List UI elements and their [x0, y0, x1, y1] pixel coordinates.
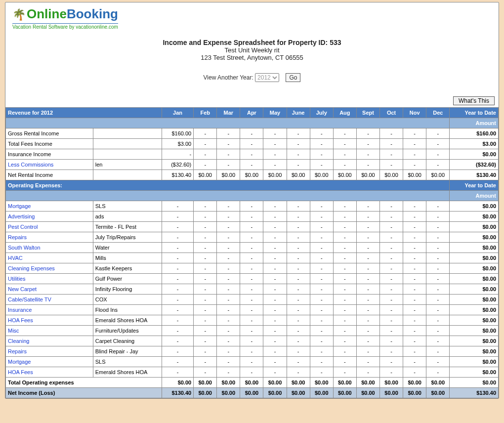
- value-cell: -: [333, 128, 356, 139]
- vendor-cell: Mills: [93, 253, 162, 263]
- value-cell: ($32.60): [162, 160, 193, 170]
- vendor-cell: len: [93, 160, 162, 170]
- ytd-cell: $0.00: [450, 274, 499, 284]
- expense-link[interactable]: HVAC: [8, 255, 23, 261]
- value-cell: $3.00: [162, 139, 193, 149]
- value-cell: -: [263, 243, 287, 253]
- value-cell: -: [162, 284, 193, 295]
- value-cell: -: [263, 284, 287, 295]
- expense-link[interactable]: Repairs: [8, 234, 27, 240]
- row-label: New Carpet: [6, 284, 93, 295]
- value-cell: -: [426, 160, 450, 170]
- value-cell: -: [403, 243, 426, 253]
- row-label: Mortgage: [6, 357, 93, 367]
- row-label: Repairs: [6, 232, 93, 243]
- ytd-cell: $0.00: [450, 326, 499, 336]
- value-cell: -: [356, 232, 379, 243]
- value-cell: -: [287, 232, 310, 243]
- value-cell: -: [217, 232, 240, 243]
- value-cell: -: [162, 336, 193, 346]
- value-cell: -: [310, 346, 333, 357]
- value-cell: -: [217, 243, 240, 253]
- expense-link[interactable]: Repairs: [8, 348, 27, 354]
- value-cell: -: [333, 295, 356, 305]
- month-header: Nov: [403, 108, 426, 118]
- row-label: Insurance Income: [6, 149, 93, 160]
- value-cell: -: [287, 160, 310, 170]
- value-cell: -: [426, 336, 450, 346]
- ytd-cell: $0.00: [450, 357, 499, 367]
- value-cell: $0.00: [162, 378, 193, 388]
- value-cell: -: [333, 346, 356, 357]
- value-cell: -: [426, 232, 450, 243]
- ytd-cell: $0.00: [450, 295, 499, 305]
- expense-link[interactable]: Cable/Satellite TV: [8, 296, 51, 302]
- ytd-header: Year to Date: [450, 180, 499, 191]
- vendor-cell: ads: [93, 212, 162, 222]
- vendor-cell: SLS: [93, 357, 162, 367]
- row-link[interactable]: Less Commissions: [8, 162, 53, 168]
- vendor-cell: Gulf Power: [93, 274, 162, 284]
- value-cell: -: [310, 139, 333, 149]
- net-label: Net Income (Loss): [6, 388, 162, 398]
- expense-link[interactable]: New Carpet: [8, 286, 37, 292]
- value-cell: $0.00: [310, 170, 333, 180]
- row-label: Cleaning: [6, 336, 93, 346]
- expense-link[interactable]: HOA Fees: [8, 369, 33, 375]
- value-cell: -: [287, 367, 310, 378]
- value-cell: -: [310, 263, 333, 274]
- vendor-cell: [93, 149, 162, 160]
- expense-link[interactable]: South Walton: [8, 245, 41, 251]
- value-cell: -: [194, 305, 217, 315]
- value-cell: -: [217, 212, 240, 222]
- value-cell: $0.00: [356, 388, 379, 398]
- row-label: Total Fees Income: [6, 139, 93, 149]
- value-cell: -: [287, 243, 310, 253]
- row-label: Insurance: [6, 305, 93, 315]
- vendor-cell: Termite - FL Pest: [93, 222, 162, 232]
- value-cell: -: [162, 222, 193, 232]
- value-cell: -: [194, 315, 217, 326]
- expense-link[interactable]: Cleaning Expenses: [8, 265, 55, 271]
- value-cell: -: [403, 326, 426, 336]
- value-cell: -: [380, 326, 403, 336]
- value-cell: -: [217, 305, 240, 315]
- whats-this-button[interactable]: What's This: [453, 96, 495, 105]
- value-cell: $0.00: [426, 378, 450, 388]
- value-cell: -: [162, 274, 193, 284]
- year-select[interactable]: 2012: [255, 73, 279, 82]
- expense-link[interactable]: Misc: [8, 328, 19, 334]
- value-cell: -: [287, 253, 310, 263]
- value-cell: -: [240, 315, 263, 326]
- value-cell: -: [217, 326, 240, 336]
- value-cell: -: [240, 357, 263, 367]
- expense-link[interactable]: Mortgage: [8, 359, 31, 365]
- expense-link[interactable]: Cleaning: [8, 338, 29, 344]
- value-cell: -: [310, 295, 333, 305]
- expense-link[interactable]: Pest Control: [8, 224, 38, 230]
- value-cell: -: [356, 160, 379, 170]
- value-cell: -: [240, 326, 263, 336]
- go-button[interactable]: Go: [286, 73, 300, 82]
- value-cell: $0.00: [380, 170, 403, 180]
- row-label: South Walton: [6, 243, 93, 253]
- value-cell: -: [333, 253, 356, 263]
- logo-brand-1: Online: [27, 6, 67, 21]
- expense-link[interactable]: Insurance: [8, 307, 32, 313]
- value-cell: -: [310, 201, 333, 212]
- value-cell: -: [287, 139, 310, 149]
- ytd-cell: $160.00: [450, 128, 499, 139]
- expense-link[interactable]: HOA Fees: [8, 317, 33, 323]
- value-cell: -: [403, 222, 426, 232]
- ytd-cell: $0.00: [450, 367, 499, 378]
- value-cell: -: [426, 263, 450, 274]
- amount-header: Amount: [450, 118, 499, 128]
- expense-link[interactable]: Advertising: [8, 213, 35, 219]
- property-name: Test Unit Weekly rit: [5, 46, 499, 54]
- value-cell: -: [162, 357, 193, 367]
- expense-link[interactable]: Mortgage: [8, 203, 31, 209]
- expense-link[interactable]: Utilities: [8, 276, 25, 282]
- month-header: Apr: [240, 108, 263, 118]
- value-cell: -: [162, 201, 193, 212]
- value-cell: -: [310, 212, 333, 222]
